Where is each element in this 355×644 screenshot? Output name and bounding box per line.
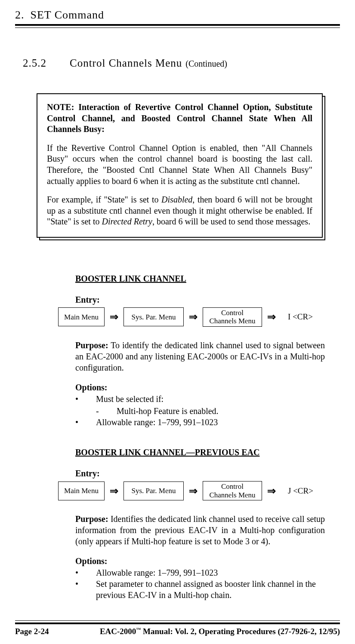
menu-box-syspar: Sys. Par. Menu [123, 307, 184, 326]
page-footer: Page 2-24 EAC-2000™ Manual: Vol. 2, Oper… [15, 619, 340, 636]
note-paragraph-1: If the Revertive Control Channel Option … [47, 143, 312, 187]
note-paragraph-2: For example, if "State" is set to Disabl… [47, 194, 312, 227]
booster-link-channel-prev-title: BOOSTER LINK CHANNEL—PREVIOUS EAC [75, 448, 325, 457]
chapter-title: SET Command [31, 9, 105, 21]
menu-box-syspar: Sys. Par. Menu [123, 481, 184, 500]
options-label: Options: [75, 556, 325, 566]
option-1-1-sub: Multi-hop Feature is enabled. [117, 405, 219, 417]
chapter-number: 2. [15, 9, 25, 21]
menu-box-control-channels: Control Channels Menu [203, 307, 262, 327]
header-rule [15, 24, 340, 28]
arrow-icon: ⇒ [189, 486, 198, 496]
options-list-1: • Must be selected if: - Multi-hop Featu… [75, 393, 325, 428]
purpose-2: Purpose: Identifies the dedicated link c… [75, 513, 325, 547]
keystroke-j: J <CR> [288, 486, 313, 496]
subsection-heading: 2.5.2 Control Channels Menu (Continued) [23, 57, 340, 69]
arrow-icon: ⇒ [110, 486, 118, 496]
purpose-1: Purpose: To identify the dedicated link … [75, 340, 325, 373]
option-1-1: Must be selected if: [96, 394, 164, 404]
note-title: NOTE: Interaction of Revertive Control C… [47, 102, 312, 134]
chapter-header: 2.SET Command [15, 9, 340, 57]
entry-flow-1: Main Menu ⇒ Sys. Par. Menu ⇒ Control Cha… [58, 307, 325, 327]
arrow-icon: ⇒ [189, 312, 198, 322]
arrow-icon: ⇒ [267, 486, 276, 496]
booster-link-channel-title: BOOSTER LINK CHANNEL [75, 274, 325, 284]
subsection-number: 2.5.2 [23, 57, 46, 69]
arrow-icon: ⇒ [267, 312, 276, 322]
entry-label: Entry: [75, 469, 325, 478]
menu-box-main: Main Menu [58, 481, 105, 500]
entry-label: Entry: [75, 295, 325, 305]
menu-box-control-channels: Control Channels Menu [203, 481, 262, 500]
page-number: Page 2-24 [15, 627, 49, 636]
option-2-2: Set parameter to channel assigned as boo… [96, 578, 325, 601]
manual-title: EAC-2000™ Manual: Vol. 2, Operating Proc… [100, 627, 340, 636]
options-list-2: • Allowable range: 1–799, 991–1023 • Set… [75, 567, 325, 601]
keystroke-i: I <CR> [288, 312, 313, 322]
subsection-title: Control Channels Menu [70, 57, 182, 69]
entry-flow-2: Main Menu ⇒ Sys. Par. Menu ⇒ Control Cha… [58, 481, 325, 500]
options-label: Options: [75, 383, 325, 393]
option-1-2: Allowable range: 1–799, 991–1023 [96, 417, 218, 428]
option-2-1: Allowable range: 1–799, 991–1023 [96, 567, 218, 578]
menu-box-main: Main Menu [58, 307, 105, 326]
note-box: NOTE: Interaction of Revertive Control C… [37, 93, 323, 238]
continued-label: (Continued) [185, 59, 227, 69]
arrow-icon: ⇒ [110, 312, 118, 322]
